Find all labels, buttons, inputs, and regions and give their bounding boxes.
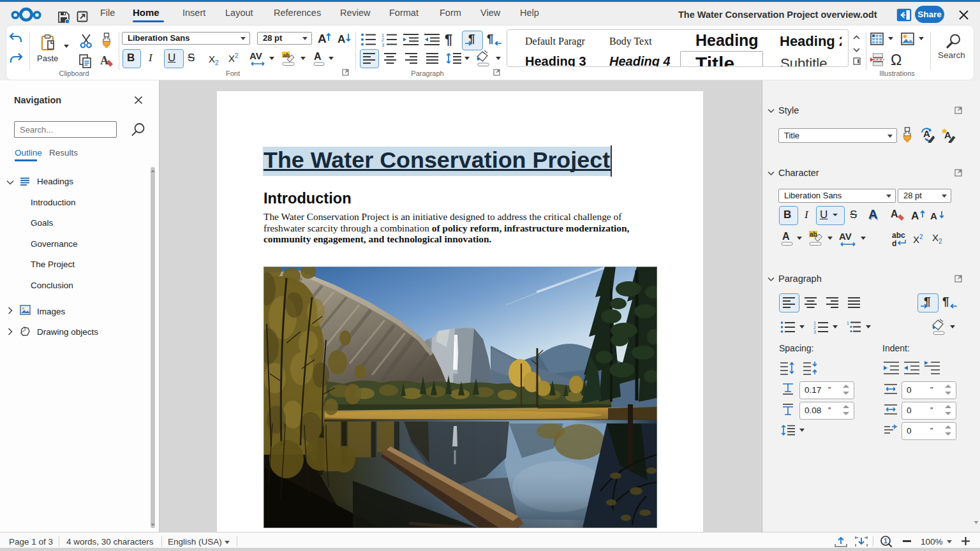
svg-text:d: d [892, 239, 896, 248]
svg-text:A: A [782, 231, 790, 242]
svg-text:2: 2 [813, 325, 816, 330]
svg-text:1: 1 [813, 321, 816, 325]
svg-text:A: A [100, 54, 108, 67]
svg-text:AV: AV [839, 231, 852, 242]
svg-text:A: A [338, 33, 345, 45]
svg-text:1: 1 [847, 321, 849, 325]
svg-text:3: 3 [813, 330, 816, 334]
svg-text:3: 3 [382, 42, 384, 47]
svg-text:A: A [318, 32, 327, 45]
svg-text:A: A [314, 51, 322, 62]
svg-text:AV: AV [249, 50, 262, 61]
svg-text:ab: ab [810, 231, 817, 238]
svg-text:1: 1 [884, 537, 887, 545]
svg-text:A: A [911, 210, 919, 222]
svg-text:A: A [891, 209, 898, 219]
svg-text:abc: abc [892, 231, 905, 240]
svg-text:¶: ¶ [487, 33, 494, 45]
svg-text:¶: ¶ [942, 295, 949, 308]
svg-text:A: A [930, 210, 937, 221]
